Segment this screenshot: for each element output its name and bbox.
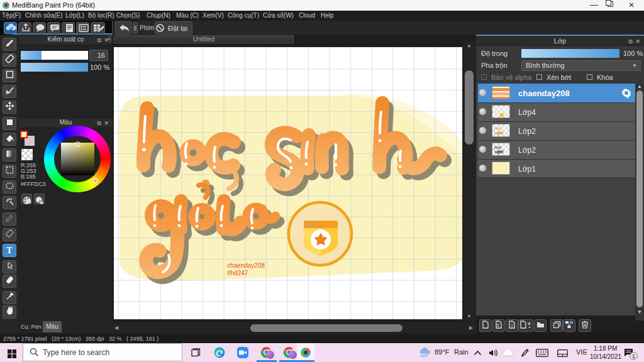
svg-text:8: 8 xyxy=(497,323,499,327)
svg-text:1: 1 xyxy=(511,323,513,327)
svg-text:chaenday208: chaenday208 xyxy=(227,262,265,269)
svg-text:#hd247: #hd247 xyxy=(227,270,248,277)
